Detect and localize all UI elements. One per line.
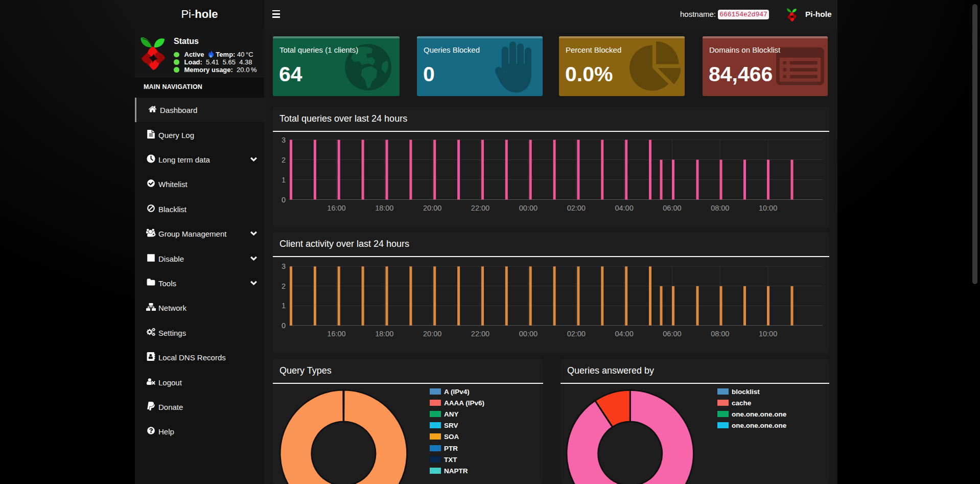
svg-text:06:00: 06:00 <box>663 204 681 212</box>
svg-text:04:00: 04:00 <box>615 330 633 338</box>
svg-text:00:00: 00:00 <box>519 204 538 212</box>
svg-text:20:00: 20:00 <box>423 204 441 212</box>
svg-text:20:00: 20:00 <box>423 330 441 338</box>
svg-text:2: 2 <box>282 156 286 164</box>
svg-text:1: 1 <box>282 302 286 310</box>
svg-text:3: 3 <box>282 262 286 270</box>
svg-text:3: 3 <box>282 136 286 144</box>
svg-text:0: 0 <box>282 196 286 204</box>
svg-text:16:00: 16:00 <box>327 330 345 338</box>
svg-text:0: 0 <box>282 321 286 330</box>
svg-text:04:00: 04:00 <box>615 204 633 212</box>
svg-text:18:00: 18:00 <box>375 330 393 338</box>
svg-text:10:00: 10:00 <box>759 330 777 338</box>
svg-text:02:00: 02:00 <box>567 204 586 212</box>
svg-text:22:00: 22:00 <box>471 204 489 212</box>
svg-text:16:00: 16:00 <box>327 204 345 212</box>
svg-text:08:00: 08:00 <box>711 204 729 212</box>
svg-text:06:00: 06:00 <box>663 330 681 338</box>
svg-text:08:00: 08:00 <box>711 330 729 338</box>
svg-text:22:00: 22:00 <box>471 330 489 338</box>
svg-text:02:00: 02:00 <box>567 330 586 338</box>
svg-text:18:00: 18:00 <box>375 204 393 212</box>
svg-text:2: 2 <box>282 282 286 290</box>
svg-text:10:00: 10:00 <box>759 204 777 212</box>
svg-text:1: 1 <box>282 176 286 184</box>
svg-text:00:00: 00:00 <box>519 330 538 338</box>
